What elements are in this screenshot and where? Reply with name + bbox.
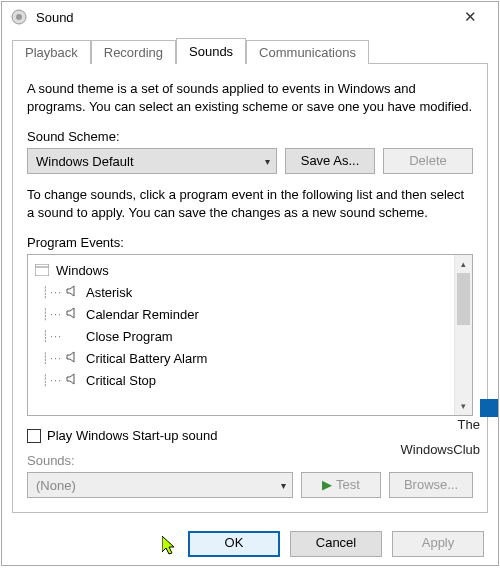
event-critical-battery[interactable]: ┊···Critical Battery Alarm xyxy=(28,347,454,369)
save-as-button[interactable]: Save As... xyxy=(285,148,375,174)
tab-recording[interactable]: Recording xyxy=(91,40,176,64)
window-title: Sound xyxy=(36,10,450,25)
speaker-icon xyxy=(66,351,80,365)
events-label: Program Events: xyxy=(27,235,473,250)
speaker-icon xyxy=(66,285,80,299)
play-startup-label: Play Windows Start-up sound xyxy=(47,428,218,443)
svg-marker-6 xyxy=(67,352,74,362)
speaker-icon xyxy=(66,307,80,321)
sounds-dropdown: (None) ▾ xyxy=(27,472,293,498)
sound-dialog: Sound ✕ Playback Recording Sounds Commun… xyxy=(1,1,499,566)
event-critical-stop[interactable]: ┊···Critical Stop xyxy=(28,369,454,391)
svg-marker-5 xyxy=(67,308,74,318)
play-startup-checkbox[interactable] xyxy=(27,429,41,443)
tab-playback[interactable]: Playback xyxy=(12,40,91,64)
delete-button[interactable]: Delete xyxy=(383,148,473,174)
svg-rect-2 xyxy=(35,264,49,276)
speaker-icon xyxy=(66,373,80,387)
dialog-footer: OK Cancel Apply xyxy=(2,521,498,567)
event-close-program[interactable]: ┊···Close Program xyxy=(28,325,454,347)
browse-button: Browse... xyxy=(389,472,473,498)
scheme-dropdown[interactable]: Windows Default ▾ xyxy=(27,148,277,174)
events-scrollbar[interactable]: ▴ ▾ xyxy=(454,255,472,415)
tab-sounds[interactable]: Sounds xyxy=(176,38,246,64)
sound-app-icon xyxy=(10,8,28,26)
close-button[interactable]: ✕ xyxy=(450,8,490,26)
event-calendar-reminder[interactable]: ┊···Calendar Reminder xyxy=(28,303,454,325)
scroll-thumb[interactable] xyxy=(457,273,470,325)
tab-communications[interactable]: Communications xyxy=(246,40,369,64)
scheme-label: Sound Scheme: xyxy=(27,129,473,144)
chevron-down-icon: ▾ xyxy=(265,156,270,167)
chevron-down-icon: ▾ xyxy=(281,480,286,491)
events-root-windows[interactable]: Windows xyxy=(28,259,454,281)
change-sounds-description: To change sounds, click a program event … xyxy=(27,186,473,221)
windows-group-icon xyxy=(34,263,50,277)
theme-description: A sound theme is a set of sounds applied… xyxy=(27,80,473,115)
sounds-value: (None) xyxy=(36,478,76,493)
titlebar: Sound ✕ xyxy=(2,2,498,32)
scheme-value: Windows Default xyxy=(36,154,134,169)
test-button: ▶Test xyxy=(301,472,381,498)
program-events-list[interactable]: Windows ┊···Asterisk ┊···Calendar Remind… xyxy=(27,254,473,416)
ok-button[interactable]: OK xyxy=(188,531,280,557)
tab-strip: Playback Recording Sounds Communications xyxy=(12,38,488,64)
cancel-button[interactable]: Cancel xyxy=(290,531,382,557)
svg-marker-4 xyxy=(67,286,74,296)
svg-point-1 xyxy=(16,14,22,20)
event-asterisk[interactable]: ┊···Asterisk xyxy=(28,281,454,303)
scroll-down-icon[interactable]: ▾ xyxy=(455,397,472,415)
play-icon: ▶ xyxy=(322,476,332,494)
sounds-label: Sounds: xyxy=(27,453,473,468)
sounds-panel: A sound theme is a set of sounds applied… xyxy=(12,63,488,513)
scroll-up-icon[interactable]: ▴ xyxy=(455,255,472,273)
svg-marker-7 xyxy=(67,374,74,384)
apply-button[interactable]: Apply xyxy=(392,531,484,557)
